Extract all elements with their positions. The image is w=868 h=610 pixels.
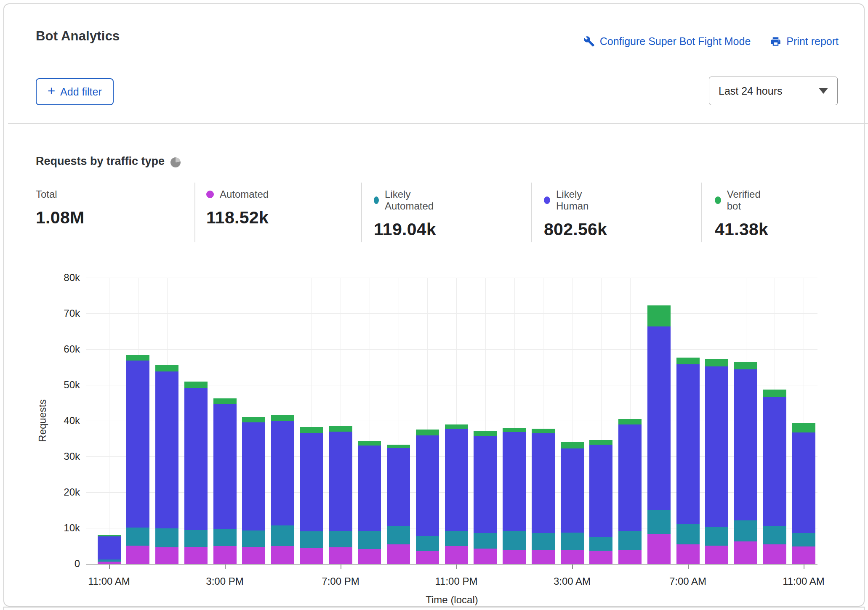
bar-segment-likely-automated[interactable] <box>618 531 642 550</box>
bar-segment-likely-human[interactable] <box>763 397 786 526</box>
bar-segment-likely-automated[interactable] <box>763 526 786 544</box>
bar-segment-likely-human[interactable] <box>300 433 323 531</box>
bar-segment-likely-automated[interactable] <box>705 527 728 546</box>
bar-segment-automated[interactable] <box>676 544 700 564</box>
bar-segment-likely-automated[interactable] <box>300 531 323 549</box>
bar-segment-automated[interactable] <box>763 544 786 564</box>
bar-segment-likely-human[interactable] <box>358 446 381 530</box>
bar-segment-likely-human[interactable] <box>213 404 237 529</box>
print-report-link[interactable]: Print report <box>770 35 839 48</box>
bar-segment-verified-bot[interactable] <box>503 428 526 432</box>
bar-segment-automated[interactable] <box>300 548 323 564</box>
bar-segment-verified-bot[interactable] <box>589 440 612 445</box>
bar-segment-verified-bot[interactable] <box>445 424 468 429</box>
bar-segment-verified-bot[interactable] <box>358 441 381 446</box>
bar-segment-likely-human[interactable] <box>676 364 700 524</box>
bar-segment-likely-automated[interactable] <box>358 531 381 549</box>
bar-segment-automated[interactable] <box>329 547 352 564</box>
bar-segment-likely-automated[interactable] <box>126 528 149 546</box>
bar-2-00-am[interactable] <box>532 429 555 564</box>
bar-3-00-pm[interactable] <box>213 398 237 564</box>
bar-segment-likely-human[interactable] <box>126 361 149 528</box>
bar-segment-automated[interactable] <box>242 547 265 564</box>
bar-segment-verified-bot[interactable] <box>416 430 439 435</box>
bar-segment-verified-bot[interactable] <box>647 305 671 326</box>
bar-segment-likely-automated[interactable] <box>792 533 815 546</box>
bar-segment-likely-automated[interactable] <box>329 531 352 547</box>
bar-8-00-pm[interactable] <box>358 441 381 564</box>
bar-segment-automated[interactable] <box>532 550 555 564</box>
bar-segment-verified-bot[interactable] <box>618 419 642 424</box>
bar-segment-automated[interactable] <box>618 550 642 564</box>
bar-11-00-am[interactable] <box>98 535 121 564</box>
bar-segment-automated[interactable] <box>734 541 757 564</box>
bar-segment-verified-bot[interactable] <box>126 355 149 361</box>
bar-10-00-am[interactable] <box>763 390 786 564</box>
bar-segment-likely-automated[interactable] <box>242 530 265 547</box>
bar-segment-likely-automated[interactable] <box>503 531 526 550</box>
bar-segment-automated[interactable] <box>358 549 381 564</box>
bar-9-00-am[interactable] <box>734 362 757 564</box>
stat-likely-human[interactable]: Likely Human802.56k <box>544 188 607 239</box>
bar-segment-likely-human[interactable] <box>387 448 410 526</box>
bar-segment-automated[interactable] <box>705 546 728 564</box>
bar-segment-likely-human[interactable] <box>792 432 815 533</box>
stat-total[interactable]: Total1.08M <box>36 188 84 228</box>
configure-super-bot-fight-mode-link[interactable]: Configure Super Bot Fight Mode <box>583 35 751 48</box>
bar-4-00-pm[interactable] <box>242 417 265 564</box>
bar-segment-verified-bot[interactable] <box>213 398 237 404</box>
bar-segment-automated[interactable] <box>126 546 149 564</box>
bar-segment-automated[interactable] <box>474 549 497 564</box>
stat-automated[interactable]: Automated118.52k <box>206 188 269 228</box>
bar-segment-verified-bot[interactable] <box>734 362 757 369</box>
bar-segment-automated[interactable] <box>416 551 439 564</box>
bar-11-00-am[interactable] <box>792 423 815 564</box>
bar-segment-automated[interactable] <box>792 546 815 564</box>
bar-segment-verified-bot[interactable] <box>532 429 555 433</box>
bar-6-00-pm[interactable] <box>300 427 323 564</box>
bar-5-00-pm[interactable] <box>271 415 294 564</box>
bar-segment-likely-automated[interactable] <box>416 536 439 552</box>
bar-segment-likely-human[interactable] <box>474 436 497 533</box>
bar-segment-likely-automated[interactable] <box>734 520 757 541</box>
bar-12-00-am[interactable] <box>474 431 497 564</box>
bar-segment-likely-human[interactable] <box>329 432 352 530</box>
bar-segment-likely-automated[interactable] <box>184 530 208 547</box>
bar-segment-verified-bot[interactable] <box>184 382 208 388</box>
bar-segment-likely-automated[interactable] <box>647 510 671 535</box>
stat-verified-bot[interactable]: Verified bot41.38k <box>715 188 768 239</box>
bar-2-00-pm[interactable] <box>184 382 208 564</box>
bar-1-00-am[interactable] <box>503 428 526 564</box>
bar-3-00-am[interactable] <box>561 442 584 564</box>
bar-segment-likely-human[interactable] <box>271 421 294 525</box>
bar-segment-likely-automated[interactable] <box>474 533 497 549</box>
bar-12-00-pm[interactable] <box>126 355 149 564</box>
bar-11-00-pm[interactable] <box>445 424 468 564</box>
bar-segment-likely-automated[interactable] <box>445 531 468 546</box>
bar-segment-likely-automated[interactable] <box>589 537 612 551</box>
bar-segment-verified-bot[interactable] <box>705 359 728 366</box>
bar-segment-likely-human[interactable] <box>98 536 121 559</box>
bar-segment-verified-bot[interactable] <box>474 431 497 436</box>
bar-segment-automated[interactable] <box>155 547 178 564</box>
bar-segment-verified-bot[interactable] <box>271 415 294 421</box>
bar-segment-automated[interactable] <box>589 551 612 564</box>
bar-10-00-pm[interactable] <box>416 430 439 564</box>
bar-segment-likely-automated[interactable] <box>213 529 237 546</box>
bar-segment-verified-bot[interactable] <box>155 365 178 371</box>
bar-segment-verified-bot[interactable] <box>300 427 323 433</box>
bar-segment-likely-automated[interactable] <box>561 533 584 550</box>
bar-segment-likely-human[interactable] <box>561 448 584 533</box>
bar-segment-likely-human[interactable] <box>532 433 555 533</box>
bar-segment-verified-bot[interactable] <box>242 417 265 423</box>
bar-segment-likely-automated[interactable] <box>155 528 178 547</box>
bar-segment-likely-human[interactable] <box>589 445 612 537</box>
bar-segment-likely-human[interactable] <box>416 435 439 536</box>
bar-segment-automated[interactable] <box>387 544 410 564</box>
bar-segment-likely-human[interactable] <box>618 424 642 531</box>
bar-segment-likely-automated[interactable] <box>676 524 700 544</box>
bar-segment-likely-automated[interactable] <box>271 525 294 546</box>
bar-segment-likely-human[interactable] <box>242 422 265 530</box>
bar-segment-likely-human[interactable] <box>705 366 728 527</box>
bar-segment-likely-automated[interactable] <box>387 526 410 544</box>
